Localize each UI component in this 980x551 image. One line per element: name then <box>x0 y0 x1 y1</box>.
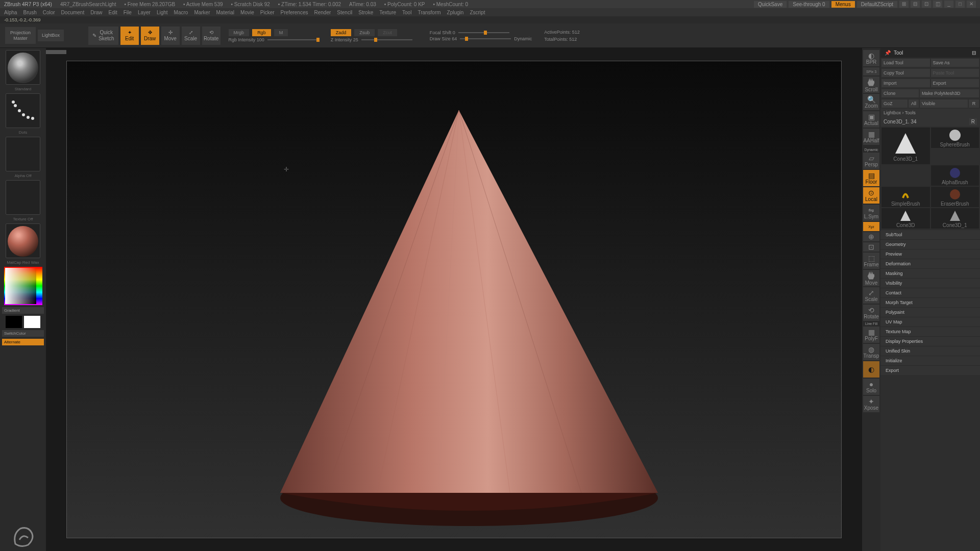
quicksave-button[interactable]: QuickSave <box>754 1 787 8</box>
tool-thumb-simplebrush[interactable]: SimpleBrush <box>881 187 930 207</box>
tool-panel-header[interactable]: 📌 Tool ⊟ <box>880 48 980 58</box>
fit-button[interactable]: ⊡ <box>863 242 879 252</box>
spix-slider[interactable]: SPix 3 <box>863 67 879 76</box>
floor-button[interactable]: ▤Floor <box>863 170 879 186</box>
layout2-icon[interactable]: ⊟ <box>911 1 920 8</box>
pin-icon[interactable]: 📌 <box>885 50 891 56</box>
canvas-frame[interactable]: ✛ <box>66 61 842 539</box>
section-initialize[interactable]: Initialize <box>880 356 980 365</box>
gradient-button[interactable]: Gradient <box>2 307 44 314</box>
section-texture-map[interactable]: Texture Map <box>880 327 980 336</box>
load-tool-button[interactable]: Load Tool <box>881 59 930 67</box>
import-button[interactable]: Import <box>881 79 930 87</box>
brush-thumbnail[interactable] <box>6 50 40 85</box>
layout4-icon[interactable]: ◫ <box>933 1 942 8</box>
layout-icon[interactable]: ⊞ <box>899 1 909 8</box>
bpr-button[interactable]: ◐BPR <box>863 50 879 66</box>
ghost-button[interactable]: ◐ <box>863 361 879 378</box>
projection-master-button[interactable]: Projection Master <box>5 27 36 44</box>
dynamic-label[interactable]: Dynamic <box>514 36 532 41</box>
paste-tool-button[interactable]: Paste Tool <box>931 69 979 77</box>
zsub-button[interactable]: Zsub <box>354 29 375 36</box>
alpha-thumbnail[interactable] <box>6 137 40 171</box>
lightbox-button[interactable]: LightBox <box>38 30 64 41</box>
section-uv-map[interactable]: UV Map <box>880 317 980 327</box>
move-mode-button[interactable]: ✢Move <box>161 27 180 45</box>
menu-render[interactable]: Render <box>314 10 331 15</box>
tool-thumb-cone3d[interactable]: Cone3D <box>881 208 930 229</box>
seethrough-button[interactable]: See-through 0 <box>789 1 829 8</box>
menu-preferences[interactable]: Preferences <box>281 10 308 15</box>
save-as-button[interactable]: Save As <box>931 59 979 67</box>
tool-thumb-alphabrush[interactable]: AlphaBrush <box>931 165 979 186</box>
clone-button[interactable]: Clone <box>881 89 919 97</box>
section-polypaint[interactable]: Polypaint <box>880 307 980 317</box>
window-close-icon[interactable]: ✕ <box>967 1 976 8</box>
lightbox-tools-label[interactable]: Lightbox › Tools <box>880 109 980 117</box>
menu-transform[interactable]: Transform <box>418 10 440 15</box>
menu-material[interactable]: Material <box>216 10 235 15</box>
scale-mode-button[interactable]: ⤢Scale <box>182 27 200 45</box>
menu-brush[interactable]: Brush <box>23 10 37 15</box>
draw-size-slider[interactable] <box>460 38 511 39</box>
scale-nav-button[interactable]: ⤢Scale <box>863 287 879 304</box>
polymesh-button[interactable]: Make PolyMesh3D <box>920 89 979 97</box>
menu-edit[interactable]: Edit <box>109 10 117 15</box>
section-unified-skin[interactable]: Unified Skin <box>880 346 980 356</box>
zcut-button[interactable]: Zcut <box>378 29 397 36</box>
goz-r-button[interactable]: R <box>969 99 979 108</box>
xyz-button[interactable]: Xyz <box>863 222 879 231</box>
section-subtool[interactable]: SubTool <box>880 230 980 239</box>
transp-button[interactable]: ◍Transp <box>863 344 879 360</box>
section-display-properties[interactable]: Display Properties <box>880 336 980 346</box>
color-picker[interactable] <box>4 267 42 305</box>
zadd-button[interactable]: Zadd <box>331 29 352 36</box>
section-deformation[interactable]: Deformation <box>880 259 980 268</box>
polyf-button[interactable]: ▦PolyF <box>863 327 879 343</box>
menu-zscript[interactable]: Zscript <box>470 10 485 15</box>
goz-all-button[interactable]: All <box>909 99 919 108</box>
z-intensity-slider[interactable] <box>361 39 412 40</box>
section-contact[interactable]: Contact <box>880 288 980 297</box>
window-max-icon[interactable]: □ <box>955 1 965 8</box>
secondary-color-swatch[interactable] <box>6 316 22 328</box>
menu-tool[interactable]: Tool <box>402 10 411 15</box>
canvas-scroll-handle[interactable] <box>46 50 66 54</box>
menu-movie[interactable]: Movie <box>240 10 254 15</box>
goz-visible-button[interactable]: Visible <box>920 99 968 108</box>
draw-mode-button[interactable]: ✥Draw <box>141 27 159 45</box>
cone-mesh[interactable] <box>224 80 683 539</box>
xpose-button[interactable]: ✦Xpose <box>863 396 879 412</box>
menu-color[interactable]: Color <box>43 10 55 15</box>
menu-texture[interactable]: Texture <box>379 10 396 15</box>
canvas-area[interactable]: ✛ <box>46 48 862 551</box>
default-zscript[interactable]: DefaultZScript <box>857 1 897 8</box>
alternate-button[interactable]: Alternate <box>2 339 44 345</box>
rgb-button[interactable]: Rgb <box>252 29 271 36</box>
tool-r-button[interactable]: R <box>969 118 977 125</box>
tool-thumb-spherebrush[interactable]: SphereBrush <box>931 128 979 148</box>
local-button[interactable]: ⊙Local <box>863 187 879 204</box>
stroke-thumbnail[interactable] <box>6 93 40 128</box>
menu-macro[interactable]: Macro <box>174 10 188 15</box>
edit-mode-button[interactable]: ✦Edit <box>120 27 139 45</box>
section-export[interactable]: Export <box>880 365 980 375</box>
rotate-mode-button[interactable]: ⟲Rotate <box>202 27 220 45</box>
tool-thumb-cone3d1b[interactable]: Cone3D_1 <box>931 208 979 229</box>
tool-thumb-cone3d1[interactable]: Cone3D_1 <box>881 128 930 164</box>
menu-draw[interactable]: Draw <box>90 10 102 15</box>
layout3-icon[interactable]: ⊡ <box>922 1 931 8</box>
menu-zplugin[interactable]: Zplugin <box>447 10 464 15</box>
rgb-intensity-slider[interactable] <box>267 39 318 40</box>
m-button[interactable]: M <box>274 29 288 36</box>
lsym-button[interactable]: ⇋L.Sym <box>863 205 879 221</box>
center-button[interactable]: ⊕ <box>863 232 879 241</box>
move-nav-button[interactable]: Move <box>863 270 879 286</box>
menu-light[interactable]: Light <box>157 10 168 15</box>
zoom-button[interactable]: 🔍Zoom <box>863 94 879 110</box>
tool-thumb-eraserbrush[interactable]: EraserBrush <box>931 187 979 207</box>
section-morph-target[interactable]: Morph Target <box>880 297 980 307</box>
rotate-nav-button[interactable]: ⟲Rotate <box>863 305 879 321</box>
collapse-icon[interactable]: ⊟ <box>972 50 976 56</box>
copy-tool-button[interactable]: Copy Tool <box>881 69 930 77</box>
